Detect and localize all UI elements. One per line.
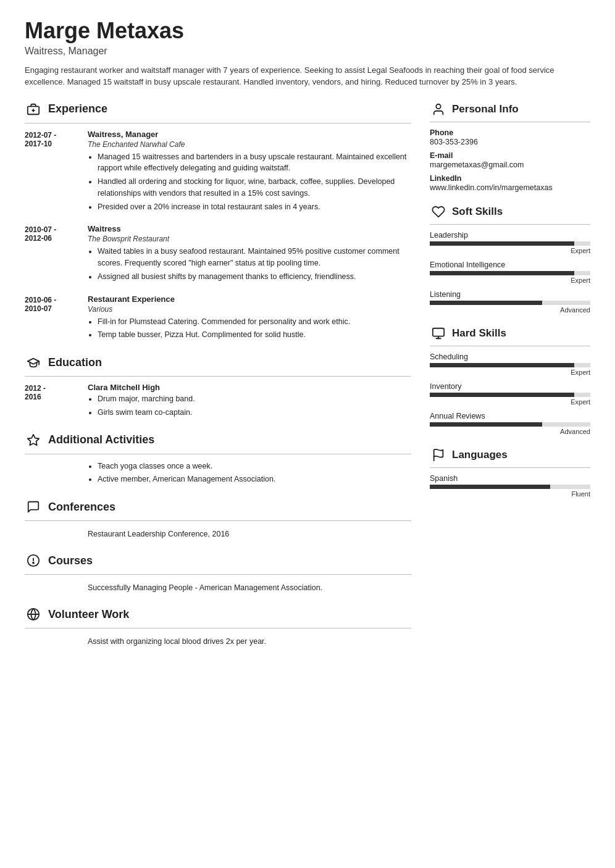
bullet: Assigned all busiest shifts by managemen… [98, 271, 411, 283]
personal-info-linkedin-label: LinkedIn [430, 174, 590, 183]
language-name-1: Spanish [430, 474, 590, 483]
activities-bullets: Teach yoga classes once a week. Active m… [88, 461, 411, 486]
conferences-divider [25, 520, 411, 521]
courses-section: Courses Successfully Managing People - A… [25, 552, 411, 595]
soft-skill-2: Emotional Intelligence Expert [430, 261, 590, 284]
hard-skills-icon [430, 325, 447, 342]
exp-company-3: Various [88, 305, 411, 314]
conference-item: Restaurant Leadership Conference, 2016 [88, 527, 411, 541]
volunteer-header: Volunteer Work [25, 606, 411, 623]
exp-job-title-2: Waitress [88, 224, 411, 233]
personal-info-icon [430, 101, 447, 118]
edu-school-1: Clara Mitchell High [88, 383, 411, 392]
exp-bullets-2: Waited tables in a busy seafood restaura… [88, 246, 411, 282]
svg-rect-11 [433, 328, 444, 336]
hard-skill-3: Annual Reviews Advanced [430, 412, 590, 435]
candidate-summary: Engaging restaurant worker and waitstaff… [25, 64, 590, 88]
exp-content-3: Restaurant Experience Various Fill-in fo… [88, 294, 411, 343]
bullet: Active member, American Management Assoc… [98, 474, 411, 485]
exp-content-1: Waitress, Manager The Enchanted Narwhal … [88, 130, 411, 215]
soft-skills-title: Soft Skills [452, 206, 503, 218]
volunteer-content: Assist with organizing local blood drive… [88, 635, 411, 648]
soft-skills-divider [430, 224, 590, 225]
soft-skill-level-3: Advanced [430, 306, 590, 314]
hard-skills-divider [430, 346, 590, 346]
education-title: Education [48, 356, 411, 369]
activities-divider [25, 454, 411, 454]
exp-job-title-3: Restaurant Experience [88, 294, 411, 304]
exp-entry-1: 2012-07 - 2017-10 Waitress, Manager The … [25, 130, 411, 215]
candidate-name: Marge Metaxas [25, 19, 590, 43]
svg-point-10 [436, 104, 440, 108]
courses-title: Courses [48, 554, 411, 567]
language-bar-1 [430, 485, 590, 489]
soft-skill-bar-2 [430, 271, 590, 275]
languages-section: Languages Spanish Fluent [430, 446, 590, 498]
hard-skill-bar-1 [430, 363, 590, 367]
bullet: Waited tables in a busy seafood restaura… [98, 246, 411, 269]
volunteer-section: Volunteer Work Assist with organizing lo… [25, 606, 411, 648]
hard-skill-fill-3 [430, 422, 542, 427]
volunteer-icon [25, 606, 42, 623]
experience-header: Experience [25, 101, 411, 118]
education-icon [25, 354, 42, 371]
courses-dates [25, 581, 80, 595]
conferences-entry: Restaurant Leadership Conference, 2016 [25, 527, 411, 541]
conferences-header: Conferences [25, 498, 411, 515]
exp-company-1: The Enchanted Narwhal Cafe [88, 140, 411, 149]
edu-dates-1: 2012 - 2016 [25, 383, 80, 420]
hard-skill-bar-2 [430, 393, 590, 397]
hard-skill-name-3: Annual Reviews [430, 412, 590, 420]
language-level-1: Fluent [430, 490, 590, 498]
education-divider [25, 376, 411, 377]
soft-skill-name-1: Leadership [430, 231, 590, 240]
bullet: Teach yoga classes once a week. [98, 461, 411, 472]
bullet: Drum major, marching band. [98, 393, 411, 405]
soft-skill-3: Listening Advanced [430, 290, 590, 314]
hard-skills-header: Hard Skills [430, 325, 590, 342]
right-column: Personal Info Phone 803-353-2396 E-mail … [430, 101, 590, 509]
soft-skills-section: Soft Skills Leadership Expert Emotional … [430, 203, 590, 314]
volunteer-title: Volunteer Work [48, 608, 411, 621]
svg-marker-4 [28, 434, 39, 444]
language-1: Spanish Fluent [430, 474, 590, 498]
personal-info-phone-label: Phone [430, 128, 590, 137]
personal-info-email-value: margemetaxas@gmail.com [430, 161, 590, 169]
soft-skill-fill-2 [430, 271, 574, 275]
hard-skills-title: Hard Skills [452, 327, 506, 340]
soft-skill-level-2: Expert [430, 277, 590, 284]
soft-skill-bar-1 [430, 241, 590, 246]
languages-title: Languages [452, 449, 508, 461]
courses-entry: Successfully Managing People - American … [25, 581, 411, 595]
soft-skill-name-3: Listening [430, 290, 590, 299]
personal-info-section: Personal Info Phone 803-353-2396 E-mail … [430, 101, 590, 192]
soft-skills-header: Soft Skills [430, 203, 590, 220]
activities-section: Additional Activities Teach yoga classes… [25, 432, 411, 488]
exp-entry-3: 2010-06 - 2010-07 Restaurant Experience … [25, 294, 411, 343]
hard-skill-fill-1 [430, 363, 574, 367]
volunteer-divider [25, 628, 411, 628]
exp-bullets-3: Fill-in for Plumstead Catering. Commende… [88, 316, 411, 341]
edu-entry-1: 2012 - 2016 Clara Mitchell High Drum maj… [25, 383, 411, 420]
left-column: Experience 2012-07 - 2017-10 Waitress, M… [25, 101, 411, 660]
edu-content-1: Clara Mitchell High Drum major, marching… [88, 383, 411, 420]
soft-skills-icon [430, 203, 447, 220]
hard-skill-bar-3 [430, 422, 590, 427]
experience-icon [25, 101, 42, 118]
exp-dates-1: 2012-07 - 2017-10 [25, 130, 80, 215]
conferences-title: Conferences [48, 501, 411, 514]
conferences-content: Restaurant Leadership Conference, 2016 [88, 527, 411, 541]
experience-title: Experience [48, 102, 411, 115]
experience-section: Experience 2012-07 - 2017-10 Waitress, M… [25, 101, 411, 343]
exp-dates-2: 2010-07 - 2012-06 [25, 224, 80, 284]
soft-skill-level-1: Expert [430, 247, 590, 254]
hard-skill-2: Inventory Expert [430, 382, 590, 406]
languages-header: Languages [430, 446, 590, 464]
activities-content: Teach yoga classes once a week. Active m… [88, 461, 411, 488]
exp-bullets-1: Managed 15 waitresses and bartenders in … [88, 151, 411, 213]
hard-skill-name-1: Scheduling [430, 353, 590, 361]
personal-info-linkedin-value: www.linkedin.com/in/margemetaxas [430, 183, 590, 192]
soft-skill-fill-3 [430, 301, 542, 305]
languages-divider [430, 467, 590, 468]
personal-info-email-label: E-mail [430, 151, 590, 160]
